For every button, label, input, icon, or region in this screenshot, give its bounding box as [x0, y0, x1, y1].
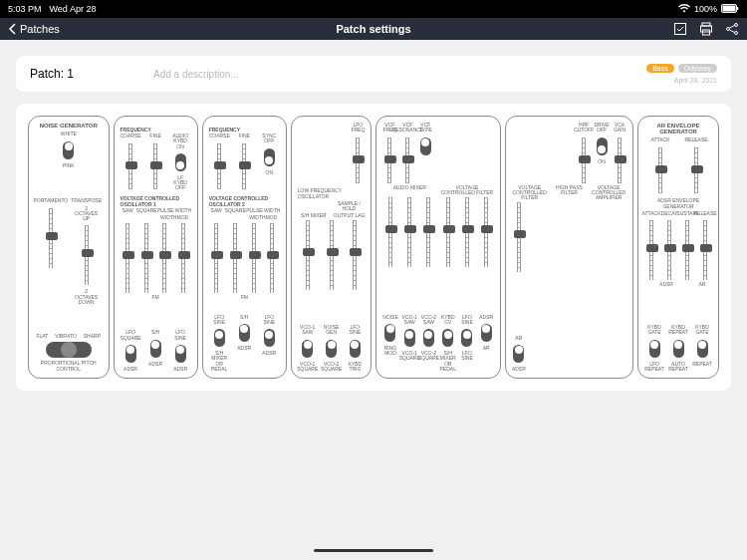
- vcf-mod2-toggle[interactable]: [461, 329, 472, 347]
- lbl: AR: [483, 346, 490, 351]
- adsr-a-slider[interactable]: [649, 220, 653, 280]
- ar-attack-slider[interactable]: [658, 147, 662, 193]
- ppc-label: PROPORTIONAL PITCH CONTROL: [33, 361, 105, 372]
- export-icon[interactable]: [673, 22, 687, 36]
- vco2-pwm-slider[interactable]: [270, 223, 274, 293]
- mix3-toggle[interactable]: [423, 329, 434, 347]
- vco1-fine-slider[interactable]: [153, 143, 157, 189]
- mix1-toggle[interactable]: [384, 324, 395, 342]
- ar-release-slider[interactable]: [694, 147, 698, 193]
- vco1-pw-slider[interactable]: [162, 223, 166, 293]
- home-indicator[interactable]: [314, 549, 433, 552]
- lbl: ATTACK: [642, 211, 661, 217]
- noise-toggle[interactable]: [63, 141, 74, 159]
- adsr-s-slider[interactable]: [685, 220, 689, 280]
- wifi-icon: [678, 4, 690, 15]
- adsr-repeat-toggle[interactable]: [673, 340, 684, 358]
- tag-odyssey[interactable]: Odyssey: [678, 64, 717, 73]
- svg-point-8: [735, 24, 738, 27]
- vco2-fine-slider[interactable]: [242, 143, 246, 189]
- sh-lag-slider[interactable]: [353, 220, 357, 290]
- vco1-kybd-toggle[interactable]: [175, 153, 186, 171]
- battery-icon: [721, 4, 739, 15]
- lbl: NOISE GEN: [323, 325, 341, 336]
- hpf-slider[interactable]: [582, 138, 586, 183]
- vco1-fm1-toggle[interactable]: [125, 345, 136, 363]
- vca-env-toggle[interactable]: [513, 345, 524, 363]
- sh-mix2-slider[interactable]: [330, 220, 334, 290]
- back-button[interactable]: Patches: [8, 23, 60, 35]
- vcf-res-slider[interactable]: [405, 138, 409, 183]
- vcf-type-toggle[interactable]: [420, 138, 431, 155]
- adsr-gate-toggle[interactable]: [649, 340, 660, 358]
- ar-title: AR ENVELOPE GENERATOR: [642, 123, 714, 135]
- vco2-fm2-slider[interactable]: [233, 223, 237, 293]
- tag-bass[interactable]: Bass: [646, 64, 674, 73]
- lbl: LF KYBD OFF: [171, 175, 189, 191]
- portamento-label: PORTAMENTO: [34, 198, 69, 204]
- lbl: VOLTAGE CONTROLLED FILTER: [510, 185, 550, 201]
- vco2-title: VOLTAGE CONTROLLED OSCILLATOR 2: [207, 195, 282, 207]
- pitch-rocker[interactable]: [46, 342, 92, 358]
- vco1-pwm-slider[interactable]: [181, 223, 185, 293]
- vco2-coarse-slider[interactable]: [217, 143, 221, 189]
- lfo-freq-slider[interactable]: [356, 138, 360, 183]
- sh-trig-toggle[interactable]: [350, 340, 361, 358]
- vca-gain-slider[interactable]: [618, 138, 622, 183]
- vco1-pwm-toggle[interactable]: [175, 345, 186, 363]
- vcf-freq-slider[interactable]: [387, 138, 391, 183]
- noise-gen-title: NOISE GENERATOR: [33, 123, 105, 129]
- vco1-coarse-slider[interactable]: [128, 143, 132, 189]
- lbl: S/H: [151, 330, 159, 335]
- vco2-fm2-toggle[interactable]: [239, 324, 250, 342]
- sh-src1-toggle[interactable]: [302, 340, 313, 358]
- description-input[interactable]: Add a description...: [153, 69, 646, 80]
- lbl: ON: [266, 170, 274, 175]
- vco1-fm2-toggle[interactable]: [150, 340, 161, 358]
- vca-env-slider[interactable]: [517, 202, 521, 272]
- vco2-sync-toggle[interactable]: [264, 148, 275, 166]
- vcf-mod2-slider[interactable]: [465, 197, 469, 267]
- adsr-r-slider[interactable]: [703, 220, 707, 280]
- drive-toggle[interactable]: [597, 138, 608, 155]
- adsr-d-slider[interactable]: [667, 220, 671, 280]
- lbl: LFO SINE: [458, 351, 476, 362]
- transpose-up: 2 OCTAVES UP: [75, 206, 98, 222]
- vcf-mod1-toggle[interactable]: [442, 329, 453, 347]
- mix1-slider[interactable]: [388, 197, 392, 267]
- vcf-mod3-toggle[interactable]: [481, 324, 492, 342]
- svg-point-9: [735, 32, 738, 35]
- lbl: REPEAT: [692, 362, 712, 367]
- lbl: LFO SINE: [346, 325, 364, 336]
- vco2-fm1-toggle[interactable]: [214, 329, 225, 347]
- sh-mix1-slider[interactable]: [306, 220, 310, 290]
- ar-gate-toggle[interactable]: [697, 340, 708, 358]
- transpose-label: TRANSPOSE: [71, 198, 102, 204]
- lbl: FINE: [149, 134, 160, 140]
- mix2-slider[interactable]: [407, 197, 411, 267]
- lbl: VCO-1 SQUARE: [297, 362, 318, 373]
- vcf-mod1-slider[interactable]: [446, 197, 450, 267]
- lbl: SAW: [211, 208, 222, 214]
- print-icon[interactable]: [699, 22, 713, 36]
- svg-rect-3: [675, 24, 686, 35]
- vco2-pwm-toggle[interactable]: [264, 329, 275, 347]
- fm-label: FM: [207, 295, 282, 301]
- vco2-fm1-slider[interactable]: [214, 223, 218, 293]
- lbl: LFO SINE: [458, 315, 476, 326]
- vco2-pw-slider[interactable]: [252, 223, 256, 293]
- mix2-toggle[interactable]: [404, 329, 415, 347]
- lbl: KYBD TRIG: [346, 362, 364, 373]
- back-label: Patches: [20, 23, 60, 35]
- transpose-slider[interactable]: [85, 225, 89, 285]
- vco1-fm1-slider[interactable]: [125, 223, 129, 293]
- module-mixer-vcf: VCF FREQ VCF RESONANCE VCF TYPE AUDIO MI…: [375, 116, 501, 379]
- chevron-left-icon: [8, 23, 16, 35]
- patch-name: Patch: 1: [30, 67, 74, 81]
- vco1-fm2-slider[interactable]: [144, 223, 148, 293]
- mix3-slider[interactable]: [426, 197, 430, 267]
- sh-src2-toggle[interactable]: [326, 340, 337, 358]
- portamento-slider[interactable]: [49, 208, 53, 268]
- share-icon[interactable]: [725, 22, 739, 36]
- vcf-mod3-slider[interactable]: [484, 197, 488, 267]
